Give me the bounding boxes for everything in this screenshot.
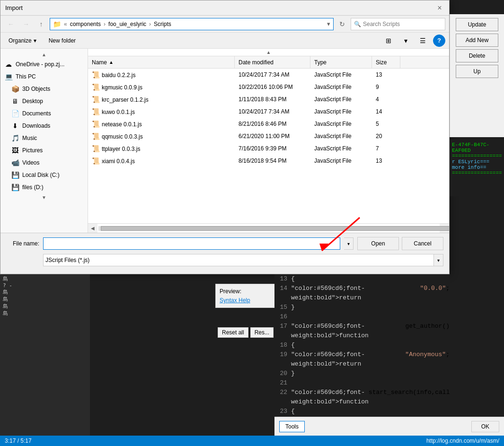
sidebar-item-onedrive[interactable]: ☁ OneDrive - pop.zj... [0,58,88,70]
filelist-hscroll: ◀ ▶ [88,223,449,233]
dialog-title: Import [5,4,23,11]
line-number: 16 [274,312,291,322]
eslyric-text: r ESLyric=== [452,159,502,165]
sidebar-item-this-pc[interactable]: 💻 This PC [0,70,88,83]
back-button[interactable]: ← [4,17,18,31]
filename-row: File name: ▾ Open Cancel [6,237,443,250]
right-panel: Update Add New Delete Up [450,14,504,137]
pictures-icon: 🖼 [11,147,19,154]
table-row[interactable]: 📜xiami 0.0.4.js 8/16/2018 9:54 PM JavaSc… [88,155,449,167]
col-header-size[interactable]: Size [372,56,400,68]
sidebar-item-files-d[interactable]: 💾 files (D:) [0,181,88,193]
disk-c-icon: 💾 [11,171,19,179]
js-file-icon: 📜 [92,96,100,103]
table-row[interactable]: 📜kgmusic 0.0.9.js 10/22/2016 10:06 PM Ja… [88,81,449,93]
sidebar-item-music[interactable]: 🎵 Music [0,132,88,144]
bottom-action-bar: Tools OK [274,417,504,436]
table-row[interactable]: 📜netease 0.0.1.js 8/21/2016 8:46 PM Java… [88,118,449,130]
table-row[interactable]: 📜kuwo 0.0.1.js 10/24/2017 7:34 AM JavaSc… [88,105,449,118]
sidebar-scroll-down[interactable]: ▼ [0,193,88,201]
filetype-select[interactable]: JScript Files (*.js) [43,254,434,266]
help-button[interactable]: ? [433,35,445,47]
code-line: 14 "color:#569cd6;font-weight:bold">retu… [274,284,450,303]
file-type-cell: JavaScript File [310,71,372,78]
new-folder-button[interactable]: New folder [44,35,80,46]
videos-label: Videos [22,159,39,166]
address-dropdown-button[interactable]: ▾ [327,20,330,27]
delete-button[interactable]: Delete [456,49,498,62]
dialog-filelist: ▲ Name ▲ Date modified Type Size [88,49,449,233]
table-row[interactable]: 📜qqmusic 0.0.3.js 6/21/2020 11:00 PM Jav… [88,130,449,142]
hscroll-thumb[interactable] [101,226,449,231]
line-number: 23 [274,407,291,416]
tools-button[interactable]: Tools [279,421,305,432]
sidebar-item-desktop[interactable]: 🖥 Desktop [0,95,88,107]
hscroll-bar[interactable] [98,226,439,231]
address-part-3[interactable]: Scripts [154,21,171,27]
sidebar-item-documents[interactable]: 📄 Documents [0,107,88,120]
refresh-button[interactable]: ↻ [336,17,349,31]
desktop-label: Desktop [22,98,43,105]
table-row[interactable]: 📜ttplayer 0.0.3.js 7/16/2016 9:39 PM Jav… [88,142,449,155]
line-content: "color:#569cd6;font-weight:bold">return [291,284,420,303]
address-part-1[interactable]: components [70,21,101,27]
forward-button[interactable]: → [19,17,33,31]
col-header-name[interactable]: Name ▲ [88,56,235,68]
update-button[interactable]: Update [456,18,498,31]
list-icon: ☰ [420,37,426,44]
syntax-help-link[interactable]: Syntax Help [220,297,250,304]
reset-all-button[interactable]: Reset all [218,327,248,338]
sidebar-item-downloads[interactable]: ⬇ Downloads [0,120,88,132]
col-date-label: Date modified [239,59,274,66]
code-line: 22 "color:#569cd6;font-weight:bold">func… [274,388,450,407]
3d-objects-icon: 📦 [11,85,19,93]
3d-objects-label: 3D Objects [22,86,50,92]
add-new-button[interactable]: Add New [456,34,498,47]
sidebar-scroll-up[interactable]: ▲ [0,51,88,58]
code-line: 13 { [274,274,450,284]
filetype-dropdown-button[interactable]: ▾ [434,254,443,266]
open-button[interactable]: Open [357,237,399,250]
file-size-cell: 9 [372,84,400,90]
line-number: 19 [274,350,291,369]
js-file-icon: 📜 [92,145,100,152]
view-menu-button[interactable]: ▾ [399,35,412,47]
ok-button[interactable]: OK [471,421,499,432]
table-row[interactable]: 📜baidu 0.2.2.js 10/24/2017 7:34 AM JavaS… [88,69,449,81]
sidebar-item-local-disk-c[interactable]: 💾 Local Disk (C:) [0,169,88,181]
up-button[interactable]: ↑ [35,17,48,31]
code-line: 20 } [274,369,450,378]
code-line: 17 "color:#569cd6;font-weight:bold">func… [274,322,450,341]
file-type-cell: JavaScript File [310,84,372,90]
view-toggle-button[interactable]: ⊞ [382,35,395,47]
reset-button[interactable]: Res... [250,327,274,338]
line-content: "color:#569cd6;font-weight:bold">functio… [291,322,405,341]
desktop-icon: 🖥 [11,97,19,105]
file-type-cell: JavaScript File [310,108,372,115]
col-header-date[interactable]: Date modified [235,56,310,68]
this-pc-label: This PC [16,73,36,80]
view-list-button[interactable]: ☰ [416,35,429,47]
dialog-close-button[interactable]: × [435,3,444,13]
organize-button[interactable]: Organize ▾ [4,35,41,46]
table-row[interactable]: 📜krc_parser 0.1.2.js 1/11/2018 8:43 PM J… [88,93,449,105]
file-size-cell: 14 [372,108,400,115]
line-number: 22 [274,388,291,407]
up-button-right[interactable]: Up [456,65,498,78]
sidebar-item-3d-objects[interactable]: 📦 3D Objects [0,83,88,95]
file-type-cell: JavaScript File [310,96,372,103]
sidebar-item-videos[interactable]: 📹 Videos [0,157,88,169]
file-size-cell: 20 [372,133,400,140]
sidebar-item-pictures[interactable]: 🖼 Pictures [0,144,88,157]
cursor-position: 3:17 / 5:17 [5,437,32,444]
col-header-type[interactable]: Type [310,56,372,68]
search-icon: 🔍 [354,21,361,27]
address-part-2[interactable]: foo_uie_eslyric [108,21,146,27]
filelist-body: 📜baidu 0.2.2.js 10/24/2017 7:34 AM JavaS… [88,69,449,223]
search-input[interactable] [363,21,442,27]
filename-dropdown-button[interactable]: ▾ [344,237,354,250]
cancel-button[interactable]: Cancel [402,237,443,250]
col-scroll-up[interactable]: ▲ [88,49,449,56]
hscroll-left-button[interactable]: ◀ [88,224,97,233]
filename-input[interactable] [43,237,340,250]
